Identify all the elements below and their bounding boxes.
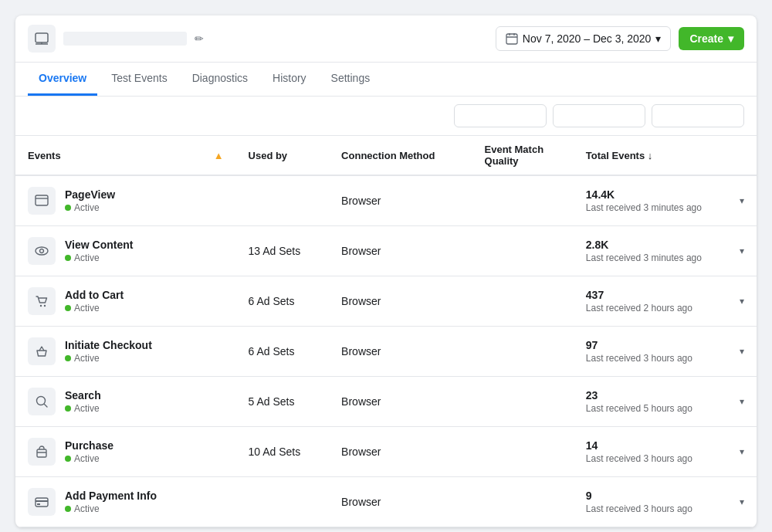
event-match-quality-cell-add-to-cart	[472, 276, 574, 327]
warn-cell-search	[201, 377, 236, 427]
warn-cell-view-content	[201, 226, 236, 276]
svg-rect-15	[37, 449, 46, 457]
date-range-button[interactable]: Nov 7, 2020 – Dec 3, 2020 ▾	[496, 26, 672, 51]
filter-btn-1[interactable]	[454, 104, 547, 127]
svg-point-11	[40, 305, 42, 307]
event-status-view-content: Active	[65, 252, 133, 263]
event-name-initiate-checkout: Initiate Checkout	[65, 339, 152, 351]
row-expand-chevron-purchase[interactable]: ▾	[740, 446, 744, 457]
event-cell-search: Search Active	[15, 377, 201, 427]
status-label-search: Active	[74, 403, 100, 414]
pixel-name-blurred	[63, 32, 187, 46]
svg-point-9	[36, 247, 48, 255]
total-events-cell-add-payment-info: 9 Last received 3 hours ago ▾	[574, 477, 757, 527]
connection-method-cell-view-content: Browser	[329, 226, 472, 276]
last-received-add-to-cart: Last received 2 hours ago	[586, 303, 692, 313]
event-name-add-to-cart: Add to Cart	[65, 289, 124, 301]
total-events-cell-view-content: 2.8K Last received 3 minutes ago ▾	[574, 226, 757, 276]
tab-diagnostics[interactable]: Diagnostics	[181, 63, 259, 96]
table-header-row: Events ▲ Used by Connection Method Event…	[15, 136, 757, 175]
event-name-pageview: PageView	[65, 188, 115, 201]
search-icon	[28, 388, 56, 415]
event-name-view-content: View Content	[65, 239, 133, 251]
used-by-cell-purchase: 10 Ad Sets	[236, 427, 330, 477]
total-events-info-initiate-checkout: 97 Last received 3 hours ago	[586, 339, 692, 364]
header-left: ✏	[28, 25, 204, 53]
event-info-add-payment-info: Add Payment Info Active	[65, 490, 157, 514]
used-by-cell-add-to-cart: 6 Ad Sets	[236, 276, 330, 327]
warn-cell-pageview	[201, 175, 236, 226]
filter-btn-2[interactable]	[553, 104, 645, 127]
col-events: Events	[15, 136, 201, 175]
event-status-purchase: Active	[65, 453, 113, 464]
status-label-initiate-checkout: Active	[74, 353, 100, 364]
last-received-initiate-checkout: Last received 3 hours ago	[586, 353, 692, 364]
tab-settings[interactable]: Settings	[320, 63, 381, 96]
event-name-search: Search	[65, 389, 101, 402]
row-expand-chevron-add-to-cart[interactable]: ▾	[740, 296, 744, 307]
total-events-info-view-content: 2.8K Last received 3 minutes ago	[586, 239, 702, 263]
event-cell-purchase: Purchase Active	[15, 427, 201, 477]
event-match-quality-cell-search	[472, 377, 574, 427]
basket-icon	[28, 337, 56, 365]
event-info-purchase: Purchase Active	[65, 439, 113, 464]
total-count-initiate-checkout: 97	[586, 339, 692, 351]
tab-overview[interactable]: Overview	[28, 63, 97, 96]
row-expand-chevron-pageview[interactable]: ▾	[740, 195, 744, 206]
event-cell-view-content: View Content Active	[15, 226, 201, 276]
table-row: Initiate Checkout Active 6 Ad Sets Brows…	[15, 327, 757, 377]
row-expand-chevron-add-payment-info[interactable]: ▾	[740, 496, 744, 507]
total-count-search: 23	[586, 389, 692, 402]
last-received-view-content: Last received 3 minutes ago	[586, 252, 702, 263]
used-by-cell-pageview	[236, 175, 330, 226]
events-table-container: Events ▲ Used by Connection Method Event…	[15, 136, 757, 527]
event-cell-add-payment-info: Add Payment Info Active	[15, 477, 201, 527]
event-name-purchase: Purchase	[65, 439, 113, 452]
eye-icon	[28, 237, 56, 265]
header-right: Nov 7, 2020 – Dec 3, 2020 ▾ Create ▾	[496, 26, 744, 51]
event-match-quality-cell-purchase	[472, 427, 574, 477]
row-expand-chevron-search[interactable]: ▾	[740, 396, 744, 407]
create-button[interactable]: Create ▾	[679, 27, 744, 50]
table-row: PageView Active Browser 14.4K Last recei…	[15, 175, 757, 226]
events-table: Events ▲ Used by Connection Method Event…	[15, 136, 757, 527]
create-label: Create	[689, 32, 723, 45]
pixel-icon	[28, 25, 56, 53]
filter-btn-3[interactable]	[652, 104, 744, 127]
event-info-view-content: View Content Active	[65, 239, 133, 263]
nav-tabs: Overview Test Events Diagnostics History…	[15, 63, 757, 97]
svg-rect-7	[36, 195, 48, 205]
total-events-cell-initiate-checkout: 97 Last received 3 hours ago ▾	[574, 327, 757, 377]
event-match-quality-cell-add-payment-info	[472, 477, 574, 527]
row-expand-chevron-initiate-checkout[interactable]: ▾	[740, 346, 744, 357]
used-by-cell-view-content: 13 Ad Sets	[236, 226, 330, 276]
tab-test-events[interactable]: Test Events	[100, 63, 178, 96]
status-dot-purchase	[65, 456, 71, 462]
svg-rect-17	[36, 498, 48, 507]
edit-icon[interactable]: ✏	[195, 32, 204, 45]
warn-cell-add-to-cart	[201, 276, 236, 327]
status-dot-search	[65, 405, 71, 412]
total-events-cell-pageview: 14.4K Last received 3 minutes ago ▾	[574, 175, 757, 226]
date-range-label: Nov 7, 2020 – Dec 3, 2020	[523, 32, 652, 45]
connection-method-cell-add-payment-info: Browser	[329, 477, 472, 527]
total-count-purchase: 14	[586, 439, 692, 452]
event-cell-initiate-checkout: Initiate Checkout Active	[15, 327, 201, 377]
bag-icon	[28, 438, 56, 466]
total-count-view-content: 2.8K	[586, 239, 702, 251]
svg-point-10	[40, 249, 44, 253]
used-by-cell-initiate-checkout: 6 Ad Sets	[236, 327, 330, 377]
total-count-add-payment-info: 9	[586, 490, 692, 502]
tab-history[interactable]: History	[262, 63, 317, 96]
total-events-cell-search: 23 Last received 5 hours ago ▾	[574, 377, 757, 427]
connection-method-cell-initiate-checkout: Browser	[329, 327, 472, 377]
used-by-cell-search: 5 Ad Sets	[236, 377, 330, 427]
total-events-info-pageview: 14.4K Last received 3 minutes ago	[586, 188, 702, 213]
col-warn: ▲	[201, 136, 236, 175]
total-events-info-search: 23 Last received 5 hours ago	[586, 389, 692, 414]
status-dot-add-payment-info	[65, 506, 71, 512]
row-expand-chevron-view-content[interactable]: ▾	[740, 246, 744, 256]
main-card: ✏ Nov 7, 2020 – Dec 3, 2020 ▾ Create ▾ O…	[15, 15, 757, 527]
table-row: Add to Cart Active 6 Ad Sets Browser 437…	[15, 276, 757, 327]
status-dot-add-to-cart	[65, 305, 71, 311]
